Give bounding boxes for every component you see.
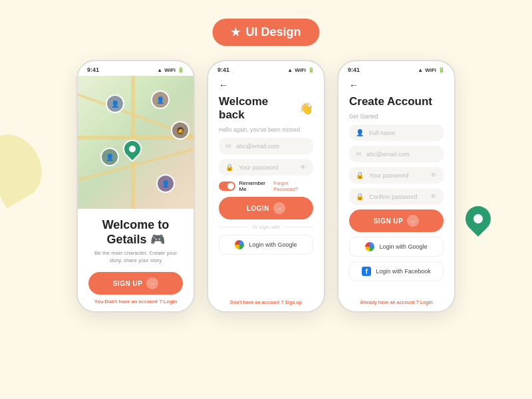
phone3-body: ← Create Account Get Started 👤 Full name… — [338, 76, 454, 311]
signup-button-phone1[interactable]: SIGN UP → — [88, 272, 183, 295]
confirm-password-input[interactable]: 🔒 Confirm password 👁 — [349, 188, 444, 205]
signup-link-2[interactable]: Sign up — [285, 300, 302, 305]
remember-toggle-group: Remember Me — [219, 180, 273, 192]
phone3-footer: Already have an account ? Login — [349, 300, 444, 305]
lock-icon-confirm: 🔒 — [356, 193, 364, 200]
email-placeholder-3: abc@email.com — [366, 151, 410, 158]
avatar-pin-3: 🧔 — [171, 121, 190, 140]
password-placeholder-2: Your password — [239, 164, 278, 171]
avatar-pin-5: 👤 — [156, 174, 175, 193]
location-pin — [119, 136, 146, 162]
phone2-footer: Don't have an account ? Sign up — [219, 300, 313, 305]
eye-icon-3[interactable]: 👁 — [430, 172, 437, 179]
email-placeholder-2: abc@email.com — [236, 143, 279, 150]
create-account-subtitle: Get Started — [349, 113, 444, 120]
email-icon-2: ✉ — [225, 142, 231, 150]
remember-toggle[interactable] — [219, 182, 235, 191]
phones-container: 9:41 ▲ WiFi 🔋 👤 👤 🧔 👤 👤 Welcome to Getai… — [76, 60, 456, 313]
login-title: Welcome back 👋 — [219, 95, 313, 122]
right-pin-decoration — [460, 201, 496, 237]
password-placeholder-3: Your password — [369, 172, 408, 179]
fullname-input[interactable]: 👤 Full name — [349, 124, 444, 141]
email-input-3[interactable]: ✉ abc@email.com — [349, 146, 444, 162]
password-input-2[interactable]: 🔒 Your password 👁 — [219, 159, 313, 176]
status-bar-3: 9:41 ▲ WiFi 🔋 — [338, 61, 454, 76]
welcome-title-line2: Getails 🎮 — [88, 233, 183, 247]
arrow-icon: → — [146, 277, 158, 289]
person-icon: 👤 — [356, 129, 364, 136]
ui-design-badge: ★ UI Design — [212, 19, 319, 46]
login-subtitle: Hello again, you've been missed — [219, 126, 313, 133]
phone2-body: ← Welcome back 👋 Hello again, you've bee… — [208, 76, 324, 311]
badge-label: UI Design — [245, 25, 301, 39]
divider: Or login with — [219, 224, 313, 230]
status-icons-3: ▲ WiFi 🔋 — [418, 67, 445, 73]
leaf-decoration — [0, 124, 53, 209]
divider-line-left — [219, 227, 248, 227]
google-login-button-3[interactable]: Login with Google — [349, 237, 444, 257]
arrow-icon-2: → — [273, 202, 285, 214]
forgot-password-link[interactable]: Forgot Password? — [273, 180, 313, 192]
divider-text: Or login with — [252, 224, 280, 230]
facebook-login-button[interactable]: f Login with Facebook — [349, 261, 444, 281]
status-bar-1: 9:41 ▲ WiFi 🔋 — [78, 61, 194, 76]
login-button[interactable]: LOGIN → — [219, 197, 313, 219]
avatar-pin-2: 👤 — [151, 90, 170, 109]
status-icons-2: ▲ WiFi 🔋 — [287, 67, 315, 73]
status-time-2: 9:41 — [217, 66, 229, 73]
phone1-body: Welcome to Getails 🎮 Be the main charact… — [78, 209, 194, 311]
confirm-placeholder: Confirm password — [369, 194, 418, 200]
divider-line-right — [284, 227, 313, 227]
google-login-button-2[interactable]: Login with Google — [219, 235, 313, 255]
google-label-2: Login with Google — [249, 241, 297, 248]
avatar-pin-1: 👤 — [106, 94, 124, 113]
email-icon-3: ✉ — [356, 150, 361, 158]
phone1-footer: You Don't have an account ? Login — [88, 299, 183, 305]
map-area: 👤 👤 🧔 👤 👤 — [78, 76, 194, 209]
google-label-3: Login with Google — [379, 243, 427, 250]
login-link-3[interactable]: Login — [420, 300, 433, 305]
phone-welcome: 9:41 ▲ WiFi 🔋 👤 👤 🧔 👤 👤 Welcome to Getai… — [76, 60, 195, 313]
eye-icon-2[interactable]: 👁 — [300, 164, 307, 171]
back-button-2[interactable]: ← — [219, 80, 313, 90]
status-icons-1: ▲ WiFi 🔋 — [157, 67, 184, 73]
welcome-title-line1: Welcome to — [88, 218, 183, 233]
back-button-3[interactable]: ← — [349, 80, 444, 90]
google-icon-3 — [365, 242, 374, 251]
create-account-title: Create Account — [349, 95, 444, 108]
google-icon-2 — [235, 240, 244, 249]
arrow-icon-3: → — [407, 215, 419, 227]
star-icon: ★ — [231, 26, 240, 39]
facebook-label: Login with Facebook — [376, 268, 431, 275]
eye-icon-confirm[interactable]: 👁 — [430, 193, 437, 200]
wave-emoji: 👋 — [299, 102, 313, 116]
remember-label: Remember Me — [239, 180, 273, 192]
lock-icon-2: 🔒 — [225, 164, 233, 171]
remember-row: Remember Me Forgot Password? — [219, 180, 313, 192]
avatar-pin-4: 👤 — [100, 148, 119, 166]
signup-button-phone3[interactable]: SIGN UP → — [349, 209, 444, 232]
status-time-3: 9:41 — [348, 66, 360, 73]
password-input-3[interactable]: 🔒 Your password 👁 — [349, 167, 444, 184]
fullname-placeholder: Full name — [369, 130, 396, 136]
login-link-1[interactable]: Login — [164, 299, 177, 305]
email-input-2[interactable]: ✉ abc@email.com — [219, 138, 313, 154]
phone-login: 9:41 ▲ WiFi 🔋 ← Welcome back 👋 Hello aga… — [207, 60, 325, 313]
welcome-subtitle: Be the main character. Create your story… — [88, 249, 183, 264]
lock-icon-3: 🔒 — [356, 172, 364, 179]
phone-create-account: 9:41 ▲ WiFi 🔋 ← Create Account Get Start… — [337, 60, 456, 313]
status-bar-2: 9:41 ▲ WiFi 🔋 — [208, 61, 324, 76]
status-time-1: 9:41 — [87, 66, 99, 73]
facebook-icon: f — [362, 267, 371, 276]
